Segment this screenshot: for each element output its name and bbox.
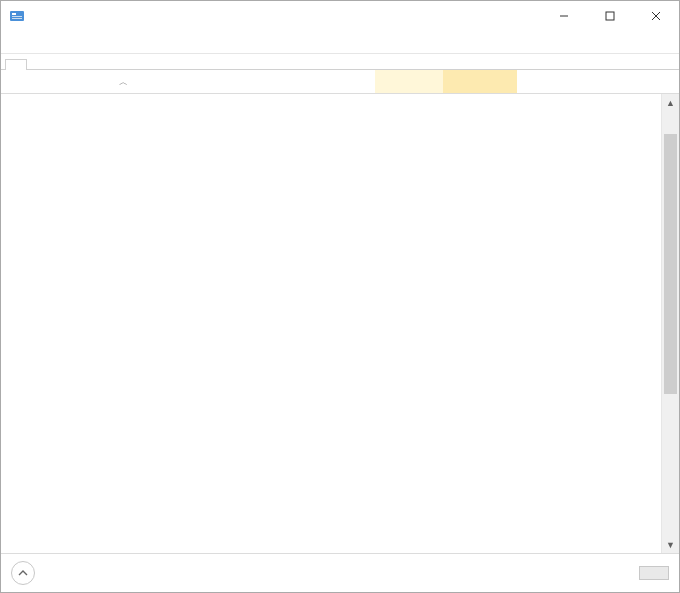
- column-headers: ︿: [1, 70, 679, 94]
- tab-startup[interactable]: [77, 58, 99, 69]
- tab-details[interactable]: [125, 58, 147, 69]
- menubar: [1, 31, 679, 54]
- menu-options[interactable]: [25, 40, 45, 44]
- scroll-up-arrow-icon[interactable]: ▲: [662, 94, 679, 111]
- col-header-name[interactable]: ︿: [1, 70, 245, 93]
- col-header-state[interactable]: [245, 70, 375, 93]
- tabstrip: [1, 54, 679, 70]
- col-header-memory[interactable]: [443, 70, 517, 93]
- tab-app-history[interactable]: [53, 58, 75, 69]
- close-button[interactable]: [633, 1, 679, 31]
- svg-rect-3: [12, 18, 22, 19]
- task-manager-window: ︿ ▲ ▼: [0, 0, 680, 593]
- vertical-scrollbar[interactable]: ▲ ▼: [661, 94, 679, 553]
- titlebar[interactable]: [1, 1, 679, 31]
- col-header-disk[interactable]: [517, 70, 591, 93]
- app-icon: [9, 8, 25, 24]
- tab-processes[interactable]: [5, 59, 27, 70]
- chevron-up-icon: [18, 568, 28, 578]
- process-grid: ▲ ▼: [1, 94, 679, 553]
- svg-rect-1: [12, 13, 16, 15]
- menu-file[interactable]: [5, 40, 25, 44]
- col-header-cpu[interactable]: [375, 70, 443, 93]
- menu-view[interactable]: [45, 40, 65, 44]
- maximize-button[interactable]: [587, 1, 633, 31]
- svg-rect-2: [12, 16, 22, 17]
- sort-indicator-icon: ︿: [7, 76, 239, 89]
- col-header-network[interactable]: [591, 70, 661, 93]
- fewer-details-button[interactable]: [11, 561, 35, 585]
- tab-services[interactable]: [149, 58, 171, 69]
- svg-rect-5: [606, 12, 614, 20]
- footer: [1, 553, 679, 592]
- end-task-button[interactable]: [639, 566, 669, 580]
- window-controls: [541, 1, 679, 31]
- tab-users[interactable]: [101, 58, 123, 69]
- minimize-button[interactable]: [541, 1, 587, 31]
- scroll-down-arrow-icon[interactable]: ▼: [662, 536, 679, 553]
- tab-performance[interactable]: [29, 58, 51, 69]
- scrollbar-thumb[interactable]: [664, 134, 677, 394]
